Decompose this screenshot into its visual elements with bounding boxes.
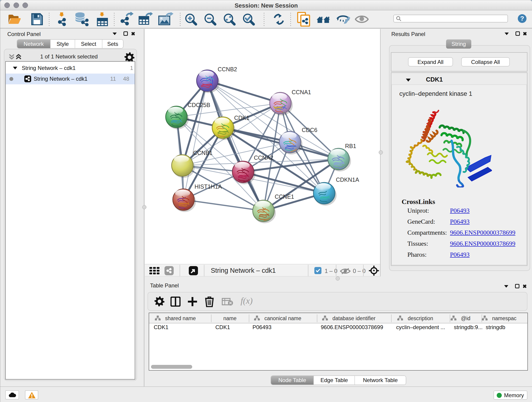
svg-text:RB1: RB1 [345, 143, 356, 149]
svg-text:CDC25B: CDC25B [188, 102, 210, 108]
svg-text:CDKN1A: CDKN1A [336, 177, 359, 183]
svg-text:CCNA2: CCNA2 [254, 154, 273, 161]
svg-text:CCNA1: CCNA1 [292, 89, 311, 95]
svg-text:CDK1: CDK1 [234, 115, 249, 121]
svg-text:CCNE1: CCNE1 [275, 193, 294, 200]
svg-text:HIST1H1A: HIST1H1A [195, 183, 222, 190]
svg-text:CDC6: CDC6 [302, 127, 317, 133]
svg-text:CCNB1: CCNB1 [193, 150, 213, 156]
svg-text:CCNB2: CCNB2 [218, 66, 237, 72]
